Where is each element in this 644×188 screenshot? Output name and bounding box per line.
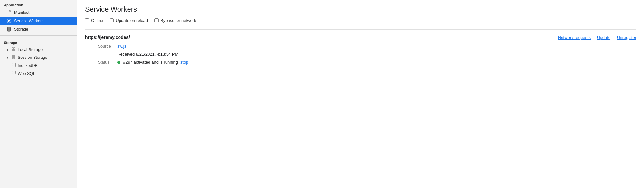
sidebar-item-web-sql-label: Web SQL: [18, 71, 35, 76]
sidebar-item-manifest[interactable]: Manifest: [0, 8, 77, 17]
update-on-reload-option[interactable]: Update on reload: [110, 18, 148, 23]
page-title: Service Workers: [85, 5, 636, 13]
sidebar-item-manifest-label: Manifest: [14, 10, 29, 15]
received-row: Received 8/21/2021, 4:13:34 PM: [85, 52, 636, 57]
database-icon: [6, 27, 12, 32]
received-prefix: Received: [117, 52, 136, 57]
unregister-link[interactable]: Unregister: [617, 35, 636, 40]
sidebar-divider: [0, 35, 77, 36]
sidebar: Application Manifest Service Workers: [0, 0, 77, 188]
update-link[interactable]: Update: [597, 35, 610, 40]
sidebar-item-storage-label: Storage: [14, 27, 28, 31]
offline-option[interactable]: Offline: [85, 18, 103, 23]
status-text: #297 activated and is running: [123, 60, 178, 65]
status-dot: [117, 61, 120, 64]
expand-arrow-local-storage: ►: [6, 48, 10, 52]
source-label: Source: [98, 44, 117, 49]
offline-label: Offline: [91, 18, 103, 23]
source-file-link[interactable]: sw.js: [117, 44, 126, 49]
database-icon-indexed: [12, 63, 16, 68]
options-bar: Offline Update on reload Bypass for netw…: [85, 18, 636, 23]
file-icon: [6, 10, 12, 15]
svg-rect-8: [12, 57, 13, 58]
received-datetime: 8/21/2021, 4:13:34 PM: [136, 52, 178, 57]
bypass-for-network-checkbox[interactable]: [154, 18, 159, 22]
bypass-for-network-label: Bypass for network: [160, 18, 196, 23]
svg-rect-4: [12, 49, 13, 51]
bypass-for-network-option[interactable]: Bypass for network: [154, 18, 196, 23]
application-section-header: Application: [0, 0, 77, 8]
worker-card: https://jeremy.codes/ Network requests U…: [85, 35, 636, 65]
svg-point-1: [7, 27, 11, 29]
offline-checkbox[interactable]: [85, 18, 89, 22]
sidebar-item-service-workers-label: Service Workers: [14, 19, 43, 23]
worker-url: https://jeremy.codes/: [85, 35, 130, 40]
received-value: Received 8/21/2021, 4:13:34 PM: [117, 52, 178, 57]
worker-actions: Network requests Update Unregister: [558, 35, 636, 40]
status-row: Status #297 activated and is running sto…: [85, 60, 636, 65]
svg-point-11: [12, 71, 15, 72]
sidebar-item-storage-app[interactable]: Storage: [0, 25, 77, 33]
update-on-reload-label: Update on reload: [116, 18, 148, 23]
svg-rect-2: [12, 48, 13, 49]
sidebar-item-session-storage-label: Session Storage: [18, 55, 47, 60]
expand-arrow-session-storage: ►: [6, 56, 10, 59]
network-requests-link[interactable]: Network requests: [558, 35, 591, 40]
svg-rect-5: [14, 49, 15, 51]
status-label: Status: [98, 60, 117, 65]
svg-rect-9: [14, 57, 15, 58]
svg-point-10: [12, 63, 15, 64]
sidebar-item-local-storage-label: Local Storage: [18, 48, 43, 52]
source-row: Source sw.js: [85, 44, 636, 49]
sidebar-item-service-workers[interactable]: Service Workers: [0, 17, 77, 25]
status-content: #297 activated and is running stop: [117, 60, 188, 65]
svg-rect-6: [12, 55, 13, 57]
database-icon-websql: [12, 71, 16, 76]
grid-icon-local: [12, 47, 16, 52]
sidebar-item-session-storage[interactable]: ► Session Storage: [0, 54, 77, 61]
svg-point-0: [8, 20, 10, 22]
svg-rect-7: [14, 55, 15, 57]
svg-rect-3: [14, 48, 15, 49]
content-divider: [85, 29, 636, 30]
sidebar-item-web-sql[interactable]: ► Web SQL: [0, 69, 77, 77]
storage-section-header: Storage: [0, 38, 77, 46]
sidebar-item-local-storage[interactable]: ► Local Storage: [0, 46, 77, 54]
main-content: Service Workers Offline Update on reload…: [77, 0, 644, 188]
worker-header: https://jeremy.codes/ Network requests U…: [85, 35, 636, 40]
stop-link[interactable]: stop: [180, 60, 188, 65]
grid-icon-session: [12, 55, 16, 60]
update-on-reload-checkbox[interactable]: [110, 18, 114, 22]
sidebar-item-indexed-db[interactable]: ► IndexedDB: [0, 61, 77, 69]
sidebar-item-indexed-db-label: IndexedDB: [18, 63, 38, 68]
gear-icon: [6, 18, 12, 23]
